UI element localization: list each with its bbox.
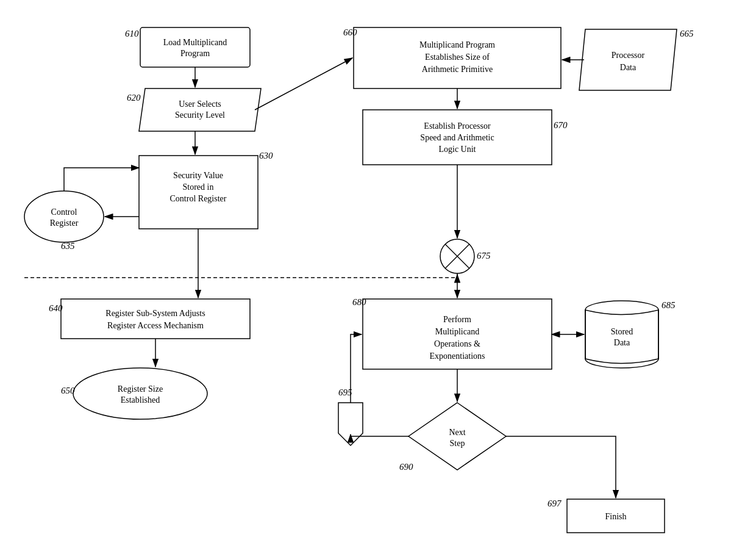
svg-text:Operations &: Operations & — [434, 339, 480, 348]
svg-text:Exponentiations: Exponentiations — [430, 351, 485, 361]
ref-665: 665 — [680, 29, 694, 38]
node-630-label: Security Value — [173, 171, 223, 180]
ref-690: 690 — [399, 462, 413, 472]
svg-text:Multiplicand: Multiplicand — [435, 327, 479, 336]
arrow-690-697 — [506, 436, 616, 498]
node-670-label: Establish Processor — [424, 121, 491, 131]
node-635-label: Control — [51, 207, 77, 217]
svg-text:Register: Register — [50, 218, 79, 228]
node-697-label: Finish — [605, 512, 626, 521]
svg-text:Program: Program — [180, 49, 210, 58]
ref-640: 640 — [49, 303, 63, 313]
svg-text:Arithmetic Primitive: Arithmetic Primitive — [422, 65, 493, 74]
node-640-label: Register Sub-System Adjusts — [105, 309, 205, 318]
node-665-label: Processor — [612, 51, 645, 60]
ref-650: 650 — [61, 386, 75, 395]
svg-text:Data: Data — [614, 338, 630, 347]
svg-text:Speed and Arithmetic: Speed and Arithmetic — [420, 133, 494, 142]
arrow-695-680 — [351, 334, 362, 403]
ref-675: 675 — [477, 251, 491, 261]
ref-620: 620 — [127, 93, 141, 103]
node-695 — [338, 403, 363, 445]
node-690-label: Next — [449, 428, 465, 437]
svg-text:Register Access Mechanism: Register Access Mechanism — [107, 321, 204, 330]
node-685-label: Stored — [611, 327, 633, 336]
svg-text:Established: Established — [121, 395, 160, 405]
ref-685: 685 — [661, 300, 676, 310]
ref-635: 635 — [61, 241, 75, 251]
node-620-label: User Selects — [179, 99, 221, 109]
ref-660: 660 — [343, 27, 357, 37]
node-620 — [139, 88, 261, 131]
node-680-label: Perform — [443, 315, 471, 324]
node-610 — [140, 27, 250, 67]
node-640 — [61, 299, 250, 339]
svg-text:Stored in: Stored in — [183, 182, 214, 192]
arrow-620-660 — [255, 58, 352, 110]
svg-text:Security Level: Security Level — [175, 110, 225, 120]
ref-670: 670 — [554, 120, 568, 130]
arrow-635-630 — [64, 168, 139, 191]
svg-text:Establishes Size of: Establishes Size of — [425, 52, 490, 62]
ref-630: 630 — [259, 151, 273, 160]
ref-610: 610 — [125, 29, 139, 38]
svg-text:Control Register: Control Register — [170, 194, 227, 203]
svg-text:Data: Data — [620, 63, 637, 72]
flowchart-diagram: Load Multiplicand Program 610 User Selec… — [0, 0, 756, 551]
node-660-label: Multiplicand Program — [419, 40, 495, 49]
ref-697: 697 — [547, 499, 562, 508]
node-630 — [139, 156, 258, 229]
node-610-label: Load Multiplicand — [163, 38, 227, 47]
ref-680: 680 — [352, 297, 366, 307]
svg-text:Logic Unit: Logic Unit — [438, 145, 476, 154]
node-650-label: Register Size — [118, 384, 163, 394]
svg-text:Step: Step — [450, 439, 465, 448]
